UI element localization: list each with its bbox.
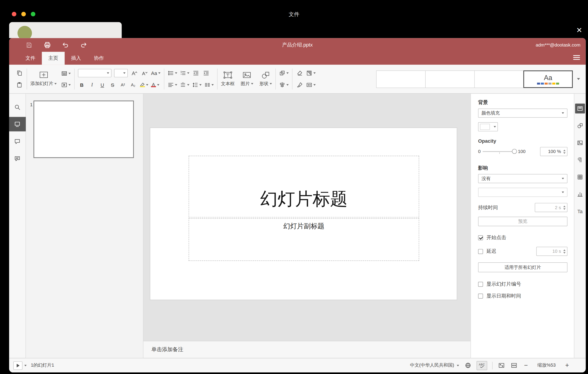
slide-group: 添加幻灯片 [27,69,74,89]
chart-settings-icon[interactable] [575,189,585,199]
decrease-indent-icon[interactable] [192,69,200,77]
undo-icon[interactable] [62,41,69,49]
gallery-expand-icon[interactable] [573,70,583,88]
color-scheme-icon[interactable] [306,69,316,77]
subtitle-placeholder[interactable]: 幻灯片副标题 [189,218,419,261]
numbered-list-icon[interactable] [180,69,189,77]
start-on-click-checkbox[interactable] [478,235,483,240]
title-placeholder[interactable]: 幻灯片标题 [189,156,419,217]
slideshow-options-icon[interactable] [24,365,27,366]
transition-select[interactable]: 没有 [478,174,567,183]
copy-style-icon[interactable] [296,81,303,89]
chat-icon[interactable] [9,151,26,166]
tab-home[interactable]: 主页 [42,52,64,65]
slide-settings-icon[interactable] [575,104,585,113]
close-preview-button[interactable]: ✕ [574,25,584,35]
print-icon[interactable] [43,41,51,49]
theme-option-3[interactable] [474,70,524,88]
strikeout-button[interactable]: S [109,81,116,89]
preview-button[interactable]: 预览 [478,217,567,226]
paste-icon[interactable] [16,81,23,89]
line-spacing-icon[interactable] [192,81,202,89]
globe-icon[interactable] [464,361,472,370]
insert-textbox-button[interactable]: 文本框 [221,71,235,87]
insert-shape-button[interactable]: 形状 [259,71,272,87]
subscript-button[interactable]: A₂ [129,81,137,89]
show-slide-number-checkbox[interactable] [478,282,483,286]
os-window-title: 文件 [0,11,588,18]
start-slideshow-icon[interactable] [61,80,71,89]
show-slide-number-label: 显示幻灯片编号 [486,281,521,288]
spinner-arrows-icon[interactable] [562,149,567,154]
arrange-group [276,68,292,90]
align-objects-icon[interactable] [279,81,289,89]
bullet-list-icon[interactable] [168,69,177,77]
vertical-align-icon[interactable] [180,81,189,89]
theme-option-selected[interactable]: Aa [524,70,573,88]
language-select[interactable]: 中文(中华人民共和国) [410,362,459,369]
clear-style-icon[interactable] [296,69,303,77]
increase-indent-icon[interactable] [202,69,210,77]
slide-layout-icon[interactable] [61,69,71,77]
italic-button[interactable]: I [88,81,96,89]
save-icon[interactable] [25,41,33,49]
opacity-input[interactable]: 100 % [540,147,567,156]
opacity-label: Opacity [478,138,567,144]
search-icon[interactable] [9,100,26,114]
delay-checkbox[interactable] [478,249,483,254]
table-settings-icon[interactable] [575,172,585,182]
hamburger-menu-icon[interactable] [573,55,580,60]
theme-option-1[interactable] [376,70,426,88]
slide-number-label: 1 [30,102,32,107]
copy-icon[interactable] [16,69,23,77]
highlight-color-button[interactable] [140,81,148,89]
delay-input[interactable]: 10 s [536,247,567,256]
decrease-font-size-icon[interactable] [141,69,148,77]
superscript-button[interactable]: A² [119,81,127,89]
slides-panel-icon[interactable] [9,117,26,132]
paragraph-settings-icon[interactable] [575,155,585,165]
tab-insert[interactable]: 插入 [64,52,87,65]
opacity-slider-knob[interactable] [512,149,517,154]
editing-canvas[interactable]: 幻灯片标题 幻灯片副标题 [143,94,471,341]
fit-width-icon[interactable] [510,361,518,370]
paragraph-group [164,68,217,90]
notes-area[interactable]: 单击添加备注 [143,341,471,358]
add-slide-button[interactable]: 添加幻灯片 [30,71,56,87]
start-slideshow-button[interactable] [13,361,22,370]
comments-icon[interactable] [9,134,26,149]
transition-variant-select[interactable] [478,188,567,197]
horizontal-align-icon[interactable] [168,81,177,89]
spellcheck-button[interactable]: ABC [476,361,487,370]
bold-button[interactable]: B [78,81,85,89]
add-slide-label: 添加幻灯片 [30,80,53,87]
font-size-combo[interactable] [114,69,128,77]
increase-font-size-icon[interactable] [130,69,138,77]
arrange-objects-icon[interactable] [279,69,289,77]
theme-option-2[interactable] [425,70,474,88]
slide-thumbnail[interactable] [33,100,134,158]
slide[interactable]: 幻灯片标题 幻灯片副标题 [150,128,457,300]
fill-color-swatch[interactable] [478,122,498,131]
opacity-slider[interactable] [483,149,516,154]
apply-to-all-button[interactable]: 适用于所有幻灯片 [478,262,567,272]
fit-slide-icon[interactable] [497,361,505,370]
zoom-in-button[interactable]: + [564,362,571,369]
show-date-time-checkbox[interactable] [478,294,483,298]
insert-image-button[interactable]: 图片 [241,71,253,87]
fill-type-select[interactable]: 颜色填充 [478,109,567,118]
tab-file[interactable]: 文件 [19,52,42,65]
underline-button[interactable]: U [98,81,106,89]
duration-input[interactable]: 2 s [535,203,567,212]
shape-settings-icon[interactable] [575,121,585,131]
image-settings-icon[interactable] [575,138,585,148]
zoom-out-button[interactable]: − [523,362,529,369]
font-color-button[interactable]: A [151,81,159,89]
text-art-settings-icon[interactable]: Ta [575,207,585,216]
font-name-combo[interactable] [78,69,112,77]
insert-columns-icon[interactable] [204,81,214,89]
slide-size-icon[interactable] [306,81,316,89]
tab-collaboration[interactable]: 协作 [88,52,110,65]
redo-icon[interactable] [80,41,88,49]
change-case-button[interactable]: Aa [151,69,160,77]
